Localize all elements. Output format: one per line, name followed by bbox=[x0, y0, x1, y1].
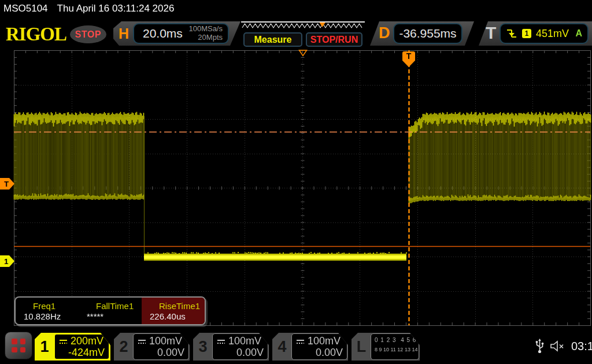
channel-offset: 0.00V bbox=[217, 347, 264, 359]
delay-reference-icon bbox=[298, 50, 308, 57]
dc-coupling-icon bbox=[138, 339, 146, 344]
measurement-falltime1[interactable]: FallTime1 ***** bbox=[79, 298, 142, 324]
horizontal-label: H bbox=[119, 25, 129, 42]
channel-offset: -424mV bbox=[59, 347, 105, 359]
channel-offset: 0.00V bbox=[138, 347, 184, 359]
memory-depth: 20Mpts bbox=[188, 34, 223, 42]
timebase-pill[interactable]: 20.0ms 100MSa/s 20Mpts bbox=[133, 23, 229, 44]
channel-scale: 100mV bbox=[149, 336, 182, 347]
channel-scale: 100mV bbox=[228, 336, 261, 347]
measurement-freq1[interactable]: Freq1 10.828Hz bbox=[16, 298, 79, 324]
channel-3-tab[interactable]: 3 100mV 0.00V bbox=[193, 333, 269, 361]
delay-label: D bbox=[379, 24, 390, 42]
waveform-overview-bar[interactable] bbox=[240, 21, 366, 30]
measurement-value: ***** bbox=[87, 311, 142, 321]
measurement-risetime1[interactable]: RiseTime1 226.40us bbox=[142, 298, 205, 324]
stop-run-button[interactable]: STOP/RUN bbox=[306, 32, 362, 47]
dc-coupling-icon bbox=[59, 339, 68, 344]
menu-grid-icon bbox=[12, 339, 17, 344]
oscilloscope-screen: MSO5104Thu April 16 03:11:24 2026 RIGOL … bbox=[0, 0, 592, 364]
channel-scale: 100mV bbox=[308, 336, 341, 347]
titlebar: MSO5104Thu April 16 03:11:24 2026 bbox=[3, 3, 174, 14]
trigger-label: T bbox=[486, 23, 496, 43]
logic-channels-row2: 8 9 10 11 12 13 14 15 bbox=[375, 346, 419, 354]
measurement-label: Freq1 bbox=[24, 301, 79, 311]
rigol-logo: RIGOL bbox=[6, 24, 66, 45]
logic-analyzer-tab[interactable]: L 0 1 2 3 4 5 6 7 8 9 10 11 12 13 14 15 bbox=[352, 333, 420, 361]
delay-tab[interactable]: D -36.955ms bbox=[370, 21, 474, 46]
trigger-source-badge: 1 bbox=[522, 29, 531, 38]
channel-2-tab[interactable]: 2 100mV 0.00V bbox=[114, 333, 190, 361]
dc-coupling-icon bbox=[217, 339, 225, 344]
timebase-value: 20.0ms bbox=[143, 27, 183, 40]
falling-edge-icon bbox=[506, 28, 517, 39]
channel-offset: 0.00V bbox=[296, 347, 343, 359]
usb-icon bbox=[535, 339, 544, 354]
memory-overview-icon bbox=[240, 21, 366, 30]
logic-channels-row1: 0 1 2 3 4 5 6 7 bbox=[375, 336, 419, 346]
measurement-label: RiseTime1 bbox=[150, 301, 205, 311]
measure-button[interactable]: Measure bbox=[243, 32, 302, 47]
channel-number: 1 bbox=[35, 333, 54, 361]
channel-1-tab[interactable]: 1 200mV -424mV bbox=[35, 333, 110, 361]
run-state-badge: STOP bbox=[70, 25, 106, 43]
measurement-value: 226.40us bbox=[150, 311, 205, 321]
trigger-level-value: 451mV bbox=[536, 28, 569, 40]
measurement-value: 10.828Hz bbox=[24, 311, 79, 321]
menu-grid-button[interactable] bbox=[5, 332, 32, 359]
channel-number: 3 bbox=[193, 333, 213, 361]
datetime: Thu April 16 03:11:24 2026 bbox=[57, 3, 175, 14]
sample-rate: 100MSa/s bbox=[188, 25, 223, 34]
channel-4-tab[interactable]: 4 100mV 0.00V bbox=[272, 333, 348, 361]
delay-value: -36.955ms bbox=[399, 27, 456, 40]
channel-number: 2 bbox=[114, 333, 134, 361]
acquisition-info: 100MSa/s 20Mpts bbox=[188, 25, 223, 42]
model-name: MSO5104 bbox=[3, 3, 48, 14]
trigger-tab[interactable]: T 1 451mV A bbox=[479, 21, 592, 46]
clock-time: 03:10 bbox=[571, 340, 592, 353]
trigger-sweep-mode: A bbox=[575, 28, 582, 39]
channel-scale: 200mV bbox=[71, 336, 103, 347]
logic-label: L bbox=[352, 333, 371, 361]
channel-number: 4 bbox=[272, 333, 292, 361]
dc-coupling-icon bbox=[296, 339, 305, 344]
horizontal-settings-tab[interactable]: H 20.0ms 100MSa/s 20Mpts bbox=[113, 21, 242, 46]
speaker-muted-icon bbox=[550, 340, 565, 352]
measurement-label: FallTime1 bbox=[87, 301, 142, 311]
measurement-panel: Freq1 10.828Hz FallTime1 ***** RiseTime1… bbox=[14, 296, 206, 325]
